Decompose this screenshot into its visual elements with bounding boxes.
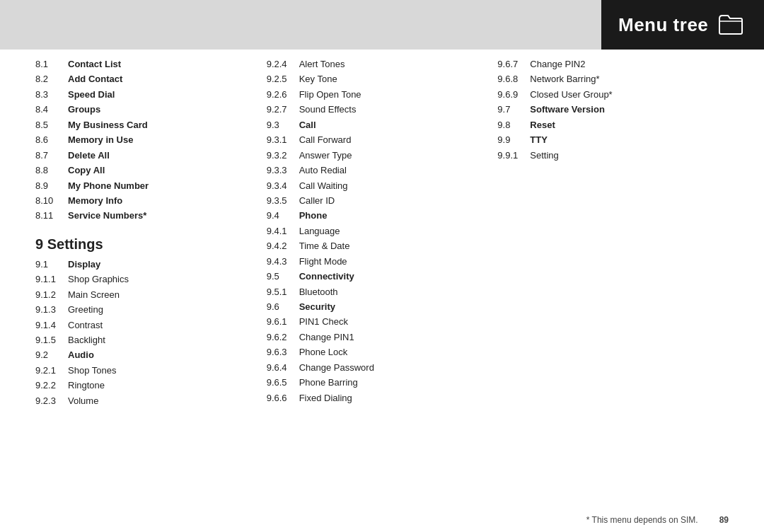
section-heading: 9 Settings [35,236,260,253]
item-label: Backlight [68,332,105,347]
item-label: Software Version [530,102,604,117]
folder-icon [718,14,743,35]
col2-items: 9.2.4Alert Tones9.2.5Key Tone9.2.6Flip O… [267,57,491,405]
list-item: 9.9.1Setting [497,148,722,163]
list-item: 9.2.7Sound Effects [267,102,491,117]
item-label: Copy All [68,163,105,178]
list-item: 8.11Service Numbers* [35,208,260,223]
item-label: My Phone Number [68,178,149,193]
col1-section-items: 9.1Display9.1.1Shop Graphics9.1.2Main Sc… [35,257,260,408]
list-item: 8.8Copy All [35,163,260,178]
col3-items: 9.6.7Change PIN29.6.8Network Barring*9.6… [497,57,722,163]
list-item: 9.2Audio [35,347,260,362]
item-number: 9.4.2 [267,238,294,253]
item-label: Network Barring* [530,71,599,86]
list-item: 9.6.6Fixed Dialing [267,391,491,405]
column-3: 9.6.7Change PIN29.6.8Network Barring*9.6… [497,57,729,408]
item-label: Setting [530,148,558,163]
list-item: 8.2Add Contact [35,71,260,86]
list-item: 9.5Connectivity [267,269,491,284]
item-number: 9.6.7 [497,57,524,71]
item-number: 9.6.3 [267,345,294,359]
item-label: Language [299,224,340,238]
page-number: 89 [719,515,729,525]
list-item: 9.1.4Contrast [35,318,260,332]
item-label: Phone [299,208,328,223]
list-item: 9.2.1Shop Tones [35,363,260,378]
list-item: 9.7Software Version [497,102,722,117]
list-item: 9.5.1Bluetooth [267,284,491,299]
list-item: 9.1.2Main Screen [35,287,260,302]
item-number: 9.2.7 [267,102,294,117]
item-label: Shop Tones [68,363,116,378]
item-number: 9.6.5 [267,375,294,390]
item-number: 9.8 [497,117,524,132]
item-label: Key Tone [299,71,337,86]
item-number: 9.2.3 [35,393,62,408]
item-number: 9.7 [497,102,524,117]
item-number: 8.5 [35,117,62,132]
item-number: 9.5 [267,269,294,284]
page-title: Menu tree [618,14,708,36]
item-label: Delete All [68,148,110,163]
list-item: 9.6Security [267,299,491,314]
item-number: 9.4 [267,208,294,223]
list-item: 8.10Memory Info [35,193,260,208]
column-2: 9.2.4Alert Tones9.2.5Key Tone9.2.6Flip O… [267,57,498,408]
item-label: Greeting [68,302,103,317]
item-number: 8.8 [35,163,62,178]
list-item: 9.6.1PIN1 Check [267,314,491,329]
item-label: Security [299,299,335,314]
list-item: 9.3.3Auto Redial [267,163,491,178]
item-label: Call Waiting [299,178,348,193]
item-label: Contact List [68,57,121,71]
footer-note: * This menu depends on SIM. [586,515,698,525]
item-number: 9.6.2 [267,330,294,345]
item-label: Main Screen [68,287,120,302]
item-number: 9.4.1 [267,224,294,238]
item-number: 9.1.5 [35,332,62,347]
item-label: Ringtone [68,378,105,393]
list-item: 9.1.3Greeting [35,302,260,317]
item-number: 8.1 [35,57,62,71]
item-label: Change PIN2 [530,57,585,71]
list-item: 9.2.6Flip Open Tone [267,87,491,102]
item-number: 9.9.1 [497,148,524,163]
list-item: 9.4.3Flight Mode [267,254,491,269]
item-number: 9.2.4 [267,57,294,71]
item-label: TTY [530,132,548,147]
item-number: 9.6 [267,299,294,314]
item-label: Add Contact [68,71,122,86]
list-item: 9.3Call [267,117,491,132]
list-item: 9.1.1Shop Graphics [35,272,260,287]
main-content: 8.1Contact List8.2Add Contact8.3Speed Di… [35,57,729,504]
item-number: 9.3.2 [267,148,294,163]
list-item: 8.1Contact List [35,57,260,71]
list-item: 8.4Groups [35,102,260,117]
item-number: 9.4.3 [267,254,294,269]
item-number: 9.1.3 [35,302,62,317]
column-1: 8.1Contact List8.2Add Contact8.3Speed Di… [35,57,267,408]
item-number: 9.9 [497,132,524,147]
list-item: 9.6.9Closed User Group* [497,87,722,102]
item-label: Audio [68,347,94,362]
item-number: 9.1.4 [35,318,62,332]
item-label: Reset [530,117,555,132]
list-item: 9.6.4Change Password [267,360,491,375]
item-number: 8.6 [35,132,62,147]
item-label: Flip Open Tone [299,87,361,102]
item-number: 9.2.6 [267,87,294,102]
item-label: Memory in Use [68,132,133,147]
item-label: Call Forward [299,132,352,147]
item-label: Display [68,257,100,272]
item-label: Flight Mode [299,254,347,269]
item-label: PIN1 Check [299,314,348,329]
item-label: Service Numbers* [68,208,146,223]
list-item: 9.3.4Call Waiting [267,178,491,193]
item-label: Fixed Dialing [299,391,352,405]
item-label: Time & Date [299,238,350,253]
item-label: Auto Redial [299,163,347,178]
item-number: 9.3.4 [267,178,294,193]
list-item: 8.7Delete All [35,148,260,163]
list-item: 9.4.1Language [267,224,491,238]
